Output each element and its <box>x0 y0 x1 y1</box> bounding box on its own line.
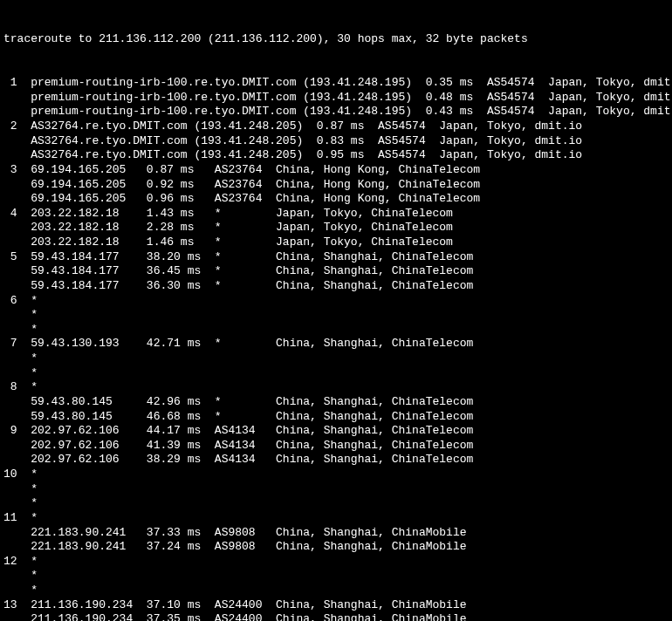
hop-line: 10 * <box>3 467 669 482</box>
hop-line: 203.22.182.18 1.46 ms * Japan, Tokyo, Ch… <box>3 235 669 250</box>
hop-line: 202.97.62.106 41.39 ms AS4134 China, Sha… <box>3 439 669 454</box>
hop-line: 59.43.184.177 36.45 ms * China, Shanghai… <box>3 264 669 279</box>
hop-line: 12 * <box>3 555 669 570</box>
hop-line: AS32764.re.tyo.DMIT.com (193.41.248.205)… <box>3 134 669 149</box>
hop-line: 69.194.165.205 0.92 ms AS23764 China, Ho… <box>3 178 669 193</box>
hop-line: 221.183.90.241 37.33 ms AS9808 China, Sh… <box>3 526 669 541</box>
hop-line: 202.97.62.106 38.29 ms AS4134 China, Sha… <box>3 453 669 467</box>
hop-line: * <box>3 351 669 366</box>
hop-line: premium-routing-irb-100.re.tyo.DMIT.com … <box>3 91 669 106</box>
traceroute-header: traceroute to 211.136.112.200 (211.136.1… <box>3 32 669 47</box>
terminal-output[interactable]: traceroute to 211.136.112.200 (211.136.1… <box>0 0 672 621</box>
hop-line: AS32764.re.tyo.DMIT.com (193.41.248.205)… <box>3 148 669 163</box>
hop-line: * <box>3 323 669 338</box>
hop-line: * <box>3 569 669 583</box>
hop-line: 4 203.22.182.18 1.43 ms * Japan, Tokyo, … <box>3 207 669 222</box>
hop-line: 203.22.182.18 2.28 ms * Japan, Tokyo, Ch… <box>3 221 669 235</box>
hop-line: 69.194.165.205 0.96 ms AS23764 China, Ho… <box>3 192 669 207</box>
hop-line: 9 202.97.62.106 44.17 ms AS4134 China, S… <box>3 424 669 439</box>
hop-line: 5 59.43.184.177 38.20 ms * China, Shangh… <box>3 250 669 265</box>
hop-line: 59.43.184.177 36.30 ms * China, Shanghai… <box>3 279 669 294</box>
hop-line: * <box>3 366 669 381</box>
hop-line: * <box>3 482 669 497</box>
hop-line: 13 211.136.190.234 37.10 ms AS24400 Chin… <box>3 598 669 613</box>
hop-line: * <box>3 583 669 598</box>
hop-line: * <box>3 496 669 511</box>
hop-line: 7 59.43.130.193 42.71 ms * China, Shangh… <box>3 337 669 351</box>
hop-line: premium-routing-irb-100.re.tyo.DMIT.com … <box>3 105 669 119</box>
hop-line: 211.136.190.234 37.35 ms AS24400 China, … <box>3 612 669 621</box>
hop-line: 6 * <box>3 294 669 309</box>
hop-line: 8 * <box>3 380 669 395</box>
hop-line: 2 AS32764.re.tyo.DMIT.com (193.41.248.20… <box>3 119 669 134</box>
hop-line: 59.43.80.145 46.68 ms * China, Shanghai,… <box>3 410 669 425</box>
hop-line: * <box>3 308 669 323</box>
hop-line: 3 69.194.165.205 0.87 ms AS23764 China, … <box>3 163 669 178</box>
hop-line: 221.183.90.241 37.24 ms AS9808 China, Sh… <box>3 540 669 555</box>
hop-line: 1 premium-routing-irb-100.re.tyo.DMIT.co… <box>3 76 669 91</box>
hop-line: 11 * <box>3 511 669 526</box>
hop-line: 59.43.80.145 42.96 ms * China, Shanghai,… <box>3 395 669 410</box>
